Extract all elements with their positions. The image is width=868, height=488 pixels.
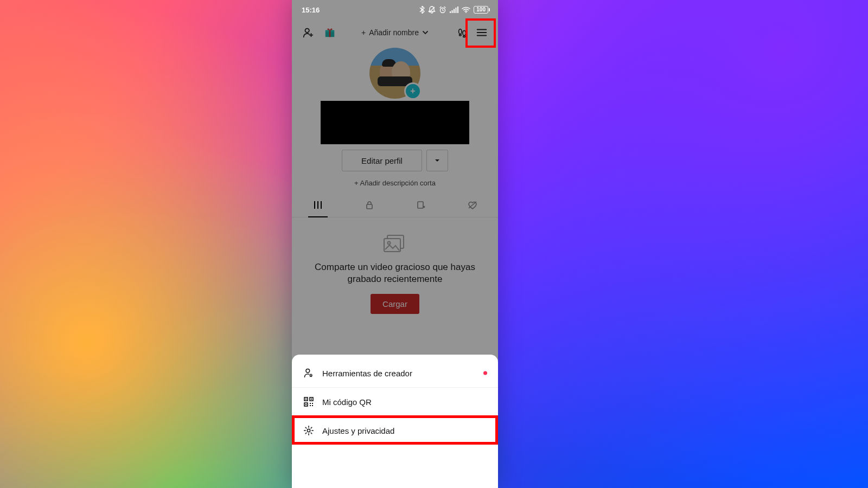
profile-tabs — [292, 193, 498, 217]
bookmark-icon — [416, 200, 426, 210]
gift-icon[interactable] — [319, 24, 336, 41]
upload-button[interactable]: Cargar — [371, 294, 419, 314]
highlight-hamburger — [465, 18, 496, 48]
profile-more-button[interactable] — [426, 150, 448, 171]
svg-rect-22 — [367, 204, 372, 209]
svg-point-12 — [459, 29, 462, 34]
lock-icon — [365, 200, 374, 210]
avatar-add-icon[interactable]: + — [404, 82, 422, 100]
menu-item-label: Mi código QR — [322, 397, 372, 407]
svg-rect-23 — [418, 202, 423, 208]
menu-qr-code[interactable]: Mi código QR — [292, 387, 498, 416]
svg-rect-4 — [454, 9, 455, 14]
svg-point-13 — [459, 34, 462, 36]
status-bar: 15:16 100 — [292, 0, 498, 20]
grid-icon — [313, 200, 323, 210]
svg-point-7 — [465, 12, 467, 13]
tab-grid[interactable] — [292, 193, 343, 217]
edit-profile-button[interactable]: Editar perfil — [342, 150, 422, 171]
bluetooth-icon — [419, 6, 425, 14]
empty-state-text: Comparte un video gracioso que hayas gra… — [314, 261, 476, 285]
tab-saved[interactable] — [395, 193, 446, 217]
tab-liked[interactable] — [446, 193, 498, 217]
empty-state: Comparte un video gracioso que hayas gra… — [292, 233, 498, 314]
add-friend-button[interactable] — [299, 24, 317, 41]
svg-rect-35 — [310, 403, 311, 404]
profile-section: + Editar perfil + Añadir descripción cor… — [292, 47, 498, 187]
dnd-icon — [428, 6, 436, 14]
svg-rect-37 — [310, 405, 311, 406]
sheet-bottom-spacer — [292, 445, 498, 488]
plus-icon: + — [361, 28, 366, 37]
svg-rect-3 — [452, 10, 453, 13]
status-right-cluster: 100 — [419, 6, 488, 14]
menu-creator-tools[interactable]: Herramientas de creador — [292, 359, 498, 387]
phone-frame: 15:16 100 + Añadir nombre — [292, 0, 498, 488]
menu-item-label: Herramientas de creador — [322, 369, 412, 378]
chevron-down-icon — [422, 29, 429, 36]
menu-bottom-sheet: Herramientas de creador Mi código QR Aju… — [292, 355, 498, 488]
svg-rect-11 — [329, 30, 331, 37]
battery-indicator: 100 — [474, 6, 488, 14]
svg-rect-38 — [312, 405, 313, 406]
photos-icon — [382, 233, 408, 255]
svg-rect-34 — [305, 404, 307, 405]
add-description-link[interactable]: + Añadir descripción corta — [354, 179, 436, 187]
svg-rect-32 — [305, 399, 307, 400]
qr-icon — [303, 396, 315, 408]
svg-rect-33 — [311, 399, 312, 400]
menu-settings-privacy[interactable]: Ajustes y privacidad — [292, 416, 498, 445]
notification-dot — [483, 371, 487, 375]
menu-item-label: Ajustes y privacidad — [322, 426, 394, 435]
svg-rect-6 — [457, 7, 458, 13]
svg-point-39 — [307, 429, 310, 432]
signal-icon — [450, 7, 458, 13]
svg-point-15 — [463, 36, 465, 37]
add-name-label: Añadir nombre — [369, 28, 419, 37]
add-name-dropdown[interactable]: + Añadir nombre — [361, 28, 429, 37]
gear-icon — [303, 425, 315, 436]
svg-rect-36 — [312, 403, 313, 404]
alarm-icon — [439, 6, 446, 14]
username-redacted — [321, 101, 469, 144]
svg-rect-2 — [450, 11, 451, 13]
svg-rect-5 — [456, 8, 457, 13]
wifi-icon — [462, 7, 470, 13]
tab-private[interactable] — [343, 193, 395, 217]
heart-off-icon — [467, 200, 478, 210]
avatar[interactable]: + — [369, 48, 420, 99]
status-time: 15:16 — [302, 6, 320, 14]
caret-down-icon — [434, 157, 441, 164]
svg-point-28 — [306, 369, 310, 373]
svg-point-8 — [305, 29, 309, 33]
creator-tools-icon — [303, 367, 315, 379]
